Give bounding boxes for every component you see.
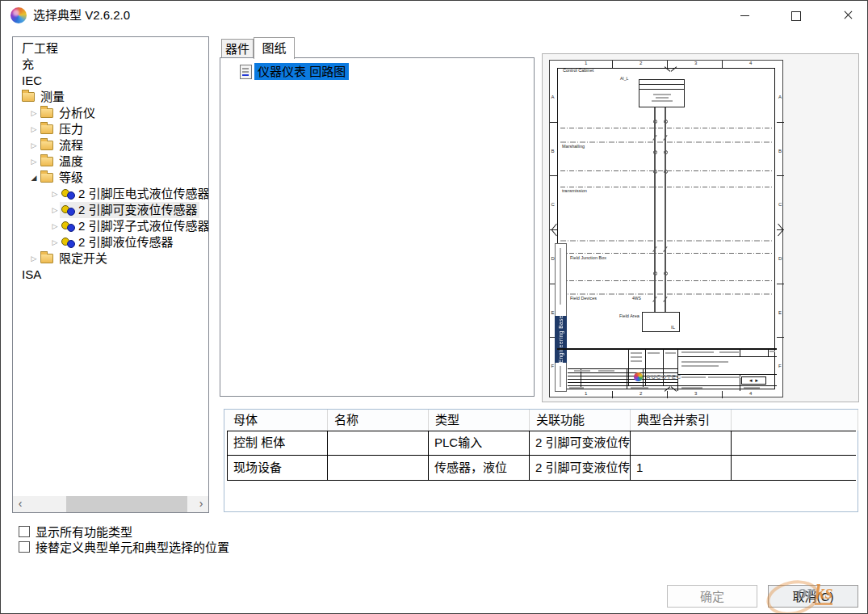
function-gears-icon [61,204,75,217]
tree-item-content: 流程 [39,137,85,154]
expander-collapsed-icon[interactable]: ▷ [29,250,39,267]
table-cell [328,456,429,480]
tree-item-温度[interactable]: ▷温度 [13,154,208,170]
cancel-button[interactable]: 取消(C) [768,585,858,608]
tree-item-限定开关[interactable]: ▷限定开关 [13,250,208,267]
zone-label: 1 [585,61,587,65]
micro-text [708,376,740,378]
function-gears-icon [61,221,75,233]
tree-item-content: ISA [20,267,43,283]
decor-tick [722,61,723,68]
title-block-line [557,348,777,350]
scroll-left-arrow[interactable]: ‹ [13,496,27,512]
table-row[interactable]: 控制 柜体PLC输入2 引脚可变液位传 [227,431,856,456]
titlebar[interactable]: 选择典型 V2.6.2.0 [1,1,867,30]
expander-expanded-icon[interactable]: ◢ [29,170,39,186]
tree-item-content: 分析仪 [39,105,97,121]
table-cell: 现场设备 [227,456,328,480]
tree-item-充[interactable]: 充 [13,57,208,73]
decor-tick [722,391,723,398]
folder-icon [40,157,53,166]
tree-item-压力[interactable]: ▷压力 [13,121,208,137]
micro-text [631,387,648,389]
tree-item-测量[interactable]: 测量 [13,89,208,105]
ok-button[interactable]: 确定 [667,585,757,608]
section-separator-line [560,280,774,281]
decor-tick [777,284,784,284]
table-header-cell [732,410,858,431]
function-gears-icon [61,237,75,249]
decor-tick [777,122,784,123]
section-separator-line [560,293,774,295]
checkbox-unchecked[interactable] [19,526,30,537]
label-field-area: Field Area [619,313,639,318]
micro-text [631,352,642,354]
option-row: 接替定义典型单元和典型选择的位置 [19,538,229,555]
tree-item-content: 温度 [39,154,85,170]
option-label: 接替定义典型单元和典型选择的位置 [36,538,229,555]
tree-item-分析仪[interactable]: ▷分析仪 [13,105,208,121]
tab-drawings[interactable]: 图纸 [254,37,295,59]
expander-collapsed-icon[interactable]: ▷ [29,137,39,154]
scroll-right-arrow[interactable]: › [194,496,208,512]
zone-label: B [778,149,782,154]
dialog-select-typical: 选择典型 V2.6.2.0 厂工程充IEC测量▷分析仪▷压力▷流程▷温度◢等级▷… [0,0,868,614]
section-separator-line [560,240,774,242]
tree-item-ISA[interactable]: ISA [13,267,208,283]
expander-collapsed-icon[interactable]: ▷ [50,234,60,250]
aucotec-logo-text: AUCOTEC [646,373,681,381]
label-device-tag: AI_L [620,76,628,81]
expander-collapsed-icon[interactable]: ▷ [50,202,60,218]
folder-icon [40,254,53,263]
tree-item-2 引脚可变液位传感器[interactable]: ▷2 引脚可变液位传感器 [13,202,208,218]
window-title: 选择典型 V2.6.2.0 [33,1,130,30]
table-row[interactable]: 现场设备传感器，液位2 引脚可变液位传1 [227,456,856,481]
expander-collapsed-icon[interactable]: ▷ [50,218,60,234]
tree-item-流程[interactable]: ▷流程 [13,137,208,154]
micro-text [719,351,739,353]
tree-item-2 引脚压电式液位传感器[interactable]: ▷2 引脚压电式液位传感器 [13,186,208,202]
table-header-cell: 名称 [328,410,429,431]
close-button[interactable] [829,1,866,30]
tree-item-label: 测量 [40,89,65,105]
table-header-row: 母体名称类型关联功能典型合并索引 [224,410,858,431]
checkbox-unchecked[interactable] [19,541,30,553]
option-label: 显示所有功能类型 [36,523,132,540]
tree-item-2 引脚液位传感器[interactable]: ▷2 引脚液位传感器 [13,234,208,250]
title-block-line [677,356,777,357]
tree-item-等级[interactable]: ◢等级 [13,170,208,186]
tree-item-label: 等级 [59,170,83,186]
label-sensor-tag: 4WS [632,296,641,301]
expander-collapsed-icon[interactable]: ▷ [29,105,39,121]
zone-label: 3 [694,391,697,396]
table-cell [631,431,732,455]
micro-text [598,370,614,372]
tree-item-label: 2 引脚压电式液位传感器 [78,186,209,202]
tree-item-selected: 2 引脚可变液位传感器 [60,202,199,218]
expander-collapsed-icon[interactable]: ▷ [29,121,39,137]
scrollbar-thumb[interactable] [66,496,187,512]
label-marshalling: Marshalling [562,144,585,149]
tree-item-IEC[interactable]: IEC [13,73,208,89]
micro-text [769,351,775,352]
signal-wire [665,107,666,312]
minimize-button[interactable] [726,1,763,30]
expander-collapsed-icon[interactable]: ▷ [50,186,60,202]
decor-tick [777,337,784,338]
tree-horizontal-scrollbar[interactable]: ‹ › [13,496,208,512]
expander-collapsed-icon[interactable]: ▷ [29,154,39,170]
zone-label: F [778,364,782,368]
title-block-line [677,374,777,375]
title-block-line [568,385,777,386]
zone-label: C [551,202,555,207]
list-item-drawing[interactable]: 仪器仪表 回路图 [240,63,349,80]
maximize-button[interactable] [778,1,815,30]
option-row: 显示所有功能类型 [19,523,132,540]
micro-text [665,352,676,354]
tree-item-厂工程[interactable]: 厂工程 [13,40,208,57]
title-block-line [740,348,740,356]
folder-icon [40,173,53,183]
tab-components[interactable]: 器件 [221,39,254,57]
tree-item-2 引脚浮子式液位传感器[interactable]: ▷2 引脚浮子式液位传感器 [13,218,208,234]
tree-item-content: 厂工程 [20,40,60,57]
